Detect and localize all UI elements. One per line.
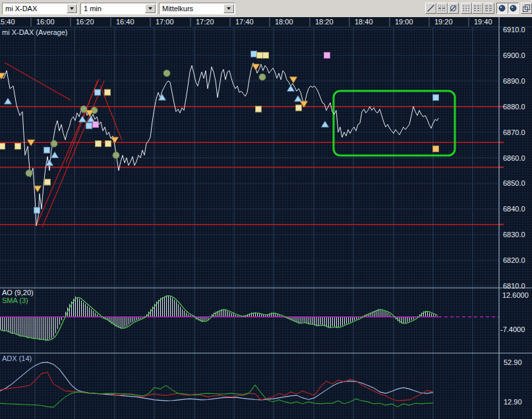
trendline-icon — [426, 3, 436, 13]
trading-app-window: 6910.06900.06890.06880.06870.06860.06850… — [0, 0, 532, 419]
svg-text:6870.0: 6870.0 — [503, 128, 525, 136]
svg-text:16:40: 16:40 — [116, 18, 134, 26]
svg-text:6810.0: 6810.0 — [503, 282, 525, 290]
quote-type-select[interactable]: Mittelkurs — [159, 3, 235, 14]
indicator-toggle-1-button[interactable] — [496, 3, 508, 14]
dashed-lines-style3-button[interactable] — [483, 3, 494, 14]
dash-rows-icon — [461, 3, 471, 13]
dashed-lines-style1-button[interactable] — [461, 3, 472, 14]
chevron-down-icon — [70, 7, 74, 12]
trendline-tool-button[interactable] — [425, 3, 436, 14]
instrument-select-arrow-button[interactable] — [67, 4, 77, 13]
svg-text:6860.0: 6860.0 — [503, 154, 525, 162]
svg-text:18:00: 18:00 — [275, 18, 293, 26]
toolbar: mi X-DAX 1 min Mittelkurs — [0, 0, 532, 17]
svg-text:18:20: 18:20 — [315, 18, 334, 26]
svg-text:6890.0: 6890.0 — [503, 77, 525, 85]
dash-rows-icon — [484, 3, 494, 13]
filled-circle-icon — [508, 3, 518, 13]
dash-marker-line-icon — [437, 3, 447, 13]
hide-ellipse-tool-button[interactable] — [448, 3, 459, 14]
svg-text:19:20: 19:20 — [434, 18, 453, 26]
svg-text:15:40: 15:40 — [0, 18, 15, 26]
interval-select-arrow-button[interactable] — [145, 4, 156, 13]
dashed-lines-style2-button[interactable] — [472, 3, 483, 14]
chevron-down-icon — [148, 7, 152, 12]
svg-text:6910.0: 6910.0 — [503, 26, 525, 34]
svg-text:6850.0: 6850.0 — [503, 179, 525, 187]
svg-text:6830.0: 6830.0 — [503, 231, 525, 238]
cascade-windows-button[interactable] — [521, 3, 532, 14]
svg-text:17:40: 17:40 — [235, 18, 254, 26]
marker-line-tool-button[interactable] — [436, 3, 448, 14]
dash-rows-icon — [473, 3, 483, 13]
indicator-toggle-2-button[interactable] — [508, 3, 519, 14]
filled-circle-icon — [497, 3, 507, 13]
svg-text:6820.0: 6820.0 — [503, 256, 525, 264]
svg-text:19:40: 19:40 — [474, 18, 492, 26]
svg-text:16:00: 16:00 — [36, 18, 55, 26]
svg-text:16:20: 16:20 — [76, 18, 94, 26]
svg-text:6880.0: 6880.0 — [503, 103, 525, 111]
svg-text:17:20: 17:20 — [196, 18, 214, 26]
svg-text:19:00: 19:00 — [395, 18, 413, 26]
no-ellipse-icon — [448, 3, 458, 13]
svg-text:18:40: 18:40 — [355, 18, 373, 26]
chevron-down-icon — [227, 7, 231, 12]
cascade-windows-icon — [521, 3, 531, 13]
panel-backgrounds — [0, 17, 532, 419]
chart-canvas[interactable]: 6910.06900.06890.06880.06870.06860.06850… — [0, 0, 532, 419]
quote-type-select-arrow-button[interactable] — [223, 4, 234, 13]
instrument-select[interactable]: mi X-DAX — [2, 3, 78, 14]
interval-select[interactable]: 1 min — [80, 3, 157, 14]
svg-text:6840.0: 6840.0 — [503, 205, 525, 213]
svg-text:17:00: 17:00 — [156, 18, 174, 26]
svg-text:6900.0: 6900.0 — [503, 51, 525, 59]
